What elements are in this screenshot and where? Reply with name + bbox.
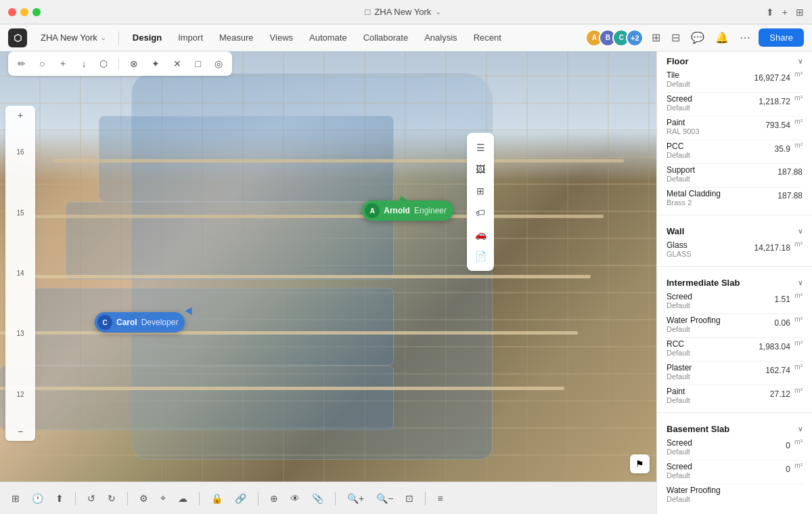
- section-intermediate-chevron: ∨: [798, 279, 803, 286]
- balcony-strip-2: [33, 215, 604, 218]
- notification-icon[interactable]: 🔔: [713, 28, 731, 47]
- toolbar-divider-1: [118, 58, 119, 70]
- redo-icon[interactable]: ↻: [104, 490, 119, 507]
- close-button[interactable]: [8, 8, 16, 16]
- section-divider-1: [657, 215, 812, 215]
- menu-item-measure[interactable]: Measure: [212, 30, 261, 45]
- project-name[interactable]: ZHA New York ⌄: [35, 30, 112, 45]
- add-tool[interactable]: ＋: [55, 55, 70, 72]
- minimize-button[interactable]: [20, 8, 28, 16]
- menu-item-views[interactable]: Views: [263, 30, 300, 45]
- floor-pcc-sub: Default: [667, 151, 690, 159]
- bottom-divider-3: [199, 492, 200, 505]
- poly-tool[interactable]: ⬡: [97, 56, 110, 72]
- section-floor-title[interactable]: Floor ∨: [667, 53, 803, 69]
- floor-paint-value-cell: 793.54 m²: [765, 118, 803, 131]
- settings-icon[interactable]: ⋯: [737, 28, 753, 47]
- is-rcc-info: RCC Default: [667, 339, 690, 357]
- flag-button[interactable]: ⚑: [630, 454, 650, 473]
- bs-waterproof-row: Water Proofing Default: [667, 486, 803, 503]
- zoom-out-icon[interactable]: 🔍−: [373, 490, 397, 507]
- download-tool[interactable]: ↓: [78, 56, 89, 72]
- x-tool[interactable]: ✕: [171, 56, 184, 72]
- filter-icon[interactable]: ☰: [471, 138, 490, 157]
- tab-icon: □: [365, 7, 371, 17]
- avatar-count[interactable]: +2: [626, 29, 644, 47]
- add2-icon[interactable]: ⊕: [267, 490, 281, 507]
- is-plaster-item: Plaster Default 162.74 m²: [667, 362, 803, 385]
- right-panel: Description Quantity Unit Floor ∨ Tile D…: [656, 24, 812, 514]
- tab-dropdown-icon[interactable]: ⌄: [435, 7, 441, 16]
- add-tab-icon[interactable]: +: [782, 7, 788, 18]
- table-icon[interactable]: ⊞: [471, 181, 490, 200]
- history-icon[interactable]: 🕐: [28, 490, 47, 507]
- view-icon[interactable]: ⊞: [8, 490, 23, 507]
- layers-icon[interactable]: ≡: [434, 490, 446, 507]
- fit-icon[interactable]: ⊡: [402, 490, 417, 507]
- cursor2-icon[interactable]: ⌖: [157, 489, 169, 507]
- circle2-tool[interactable]: ◎: [212, 56, 225, 72]
- menu-item-design[interactable]: Design: [126, 30, 168, 45]
- grid-icon[interactable]: ⊞: [796, 7, 804, 18]
- floor-levels: 16 15 14 13 12: [5, 122, 35, 425]
- floor-level-12[interactable]: 12: [5, 387, 35, 402]
- zoom-in-icon[interactable]: 🔍+: [344, 490, 367, 507]
- star-tool[interactable]: ✦: [149, 56, 162, 72]
- settings2-icon[interactable]: ⚙: [136, 490, 152, 507]
- section-divider-2: [657, 266, 812, 267]
- floor-pcc-info: PCC Default: [667, 142, 690, 159]
- menu-item-recent[interactable]: Recent: [467, 30, 508, 45]
- link-icon[interactable]: 🔗: [231, 490, 250, 507]
- panels-icon[interactable]: ⊞: [649, 28, 663, 47]
- title-bar: □ ZHA New York ⌄ ⬆ + ⊞: [0, 0, 812, 24]
- floor-screed-sub: Default: [667, 104, 692, 112]
- canvas-area[interactable]: C Carol Developer A Arnold Engineer + 16…: [0, 51, 656, 481]
- project-name-label: ZHA New York: [41, 33, 97, 43]
- chat-icon[interactable]: 💬: [688, 28, 707, 47]
- window-controls: [8, 8, 41, 16]
- clip-icon[interactable]: 📎: [309, 490, 327, 507]
- bs-screed1-unit: m²: [794, 438, 803, 446]
- rect-tool[interactable]: □: [192, 56, 203, 72]
- eye-icon[interactable]: 👁: [287, 490, 303, 507]
- section-intermediate-title[interactable]: Intermediate Slab ∨: [667, 275, 803, 291]
- menu-item-analysis[interactable]: Analysis: [418, 30, 464, 45]
- is-waterproof-value: 0.06: [775, 318, 790, 328]
- glass-panel-2: [66, 202, 394, 279]
- doc-icon[interactable]: 📄: [471, 247, 490, 265]
- circle-tool[interactable]: ○: [37, 56, 47, 72]
- share-icon[interactable]: ⬆: [52, 490, 67, 507]
- undo-icon[interactable]: ↺: [84, 490, 99, 507]
- cross-tool[interactable]: ⊗: [127, 56, 141, 72]
- car-icon[interactable]: 🚗: [471, 225, 490, 244]
- tag-icon[interactable]: 🏷: [471, 203, 490, 222]
- floor-level-15[interactable]: 15: [5, 205, 35, 220]
- glass-panel-4: [0, 366, 394, 430]
- cloud-icon[interactable]: ☁: [175, 490, 191, 507]
- is-paint-info: Paint Default: [667, 387, 690, 404]
- section-wall-title[interactable]: Wall ∨: [667, 223, 803, 239]
- bs-screed2-unit: m²: [794, 462, 803, 469]
- maximize-button[interactable]: [32, 8, 41, 16]
- floor-screed-unit: m²: [794, 94, 803, 102]
- image-icon[interactable]: 🖼: [471, 160, 490, 179]
- grid-view-icon[interactable]: ⊟: [669, 28, 683, 47]
- share-button[interactable]: Share: [759, 28, 804, 47]
- floor-level-13[interactable]: 13: [5, 326, 35, 341]
- draw-tool[interactable]: ✏: [15, 56, 28, 72]
- floor-level-16[interactable]: 16: [5, 145, 35, 160]
- floor-level-14[interactable]: 14: [5, 265, 35, 280]
- upload-icon[interactable]: ⬆: [766, 7, 774, 18]
- bs-waterproof-info: Water Proofing Default: [667, 486, 721, 503]
- is-waterproof-value-cell: 0.06 m²: [775, 316, 803, 328]
- is-waterproof-item: Water Proofing Default 0.06 m²: [667, 314, 803, 338]
- section-basement-title[interactable]: Basement Slab ∨: [667, 421, 803, 437]
- is-screed-value-cell: 1.51 m²: [775, 292, 803, 305]
- menu-item-automate[interactable]: Automate: [302, 30, 354, 45]
- lock-icon[interactable]: 🔒: [208, 490, 226, 507]
- menu-item-import[interactable]: Import: [171, 30, 210, 45]
- floor-down-button[interactable]: −: [11, 425, 30, 438]
- floor-pcc-value-cell: 35.9 m²: [775, 142, 803, 154]
- menu-item-collaborate[interactable]: Collaborate: [357, 30, 415, 45]
- floor-up-button[interactable]: +: [11, 108, 30, 122]
